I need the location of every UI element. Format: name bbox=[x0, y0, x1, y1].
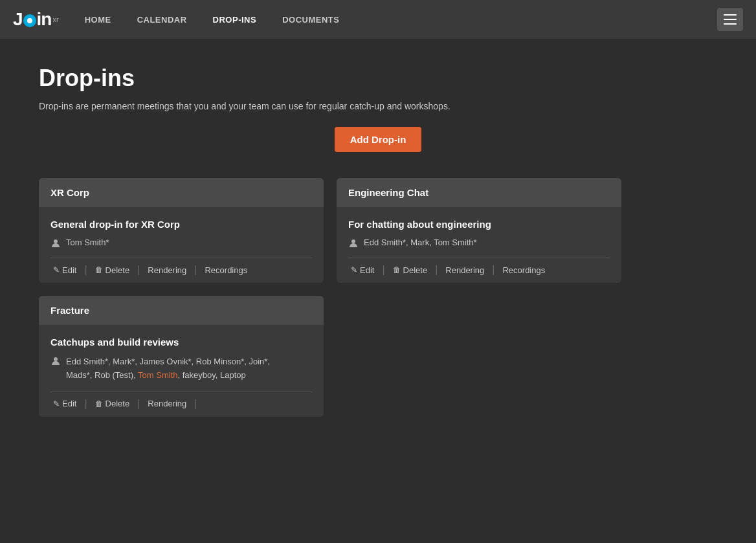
card-engineering-chat-body: For chatting about engineering Edd Smith… bbox=[337, 207, 621, 283]
eng-chat-edit-button[interactable]: ✎ Edit bbox=[348, 265, 382, 275]
xr-corp-recordings-button[interactable]: Recordings bbox=[197, 265, 255, 275]
xr-corp-participants: Tom Smith* bbox=[50, 238, 312, 249]
rendering-label-fracture: Rendering bbox=[148, 399, 186, 408]
recordings-label-eng: Recordings bbox=[502, 265, 545, 275]
xr-corp-meeting-name: General drop-in for XR Corp bbox=[50, 219, 312, 230]
fracture-participants-line2-end: , fakeyboy, Laptop bbox=[177, 370, 245, 380]
fracture-participants-line1: Edd Smith*, Mark*, James Ovnik*, Rob Min… bbox=[66, 357, 270, 366]
person-icon bbox=[50, 238, 61, 249]
delete-label-fracture: Delete bbox=[106, 399, 130, 408]
hamburger-line-2 bbox=[724, 19, 737, 20]
edit-icon-fracture: ✎ bbox=[53, 399, 60, 408]
add-dropin-button[interactable]: Add Drop-in bbox=[335, 127, 422, 152]
svg-point-2 bbox=[54, 357, 58, 361]
fracture-edit-button[interactable]: ✎ Edit bbox=[50, 399, 84, 408]
main-content: Drop-ins Drop-ins are permanent meetings… bbox=[0, 39, 756, 443]
fracture-participants-text: Edd Smith*, Mark*, James Ovnik*, Rob Min… bbox=[66, 355, 270, 382]
card-fracture: Fracture Catchups and build reviews Edd … bbox=[39, 296, 324, 417]
edit-icon: ✎ bbox=[53, 265, 60, 274]
logo-o-icon bbox=[23, 14, 36, 27]
xr-corp-participants-text: Tom Smith* bbox=[66, 238, 109, 247]
eng-chat-rendering-button[interactable]: Rendering bbox=[438, 265, 492, 275]
eng-chat-participants-text: Edd Smith*, Mark, Tom Smith* bbox=[364, 238, 477, 247]
delete-icon-fracture: 🗑 bbox=[95, 399, 103, 408]
delete-label: Delete bbox=[106, 265, 130, 275]
card-fracture-header: Fracture bbox=[39, 296, 324, 325]
logo: Jin xr bbox=[13, 9, 59, 30]
eng-chat-actions: ✎ Edit | 🗑 Delete | Rendering | Recordin… bbox=[348, 258, 610, 283]
hamburger-line-3 bbox=[724, 23, 737, 25]
nav-documents[interactable]: DOCUMENTS bbox=[282, 15, 339, 25]
card-fracture-body: Catchups and build reviews Edd Smith*, M… bbox=[39, 325, 324, 417]
xr-corp-delete-button[interactable]: 🗑 Delete bbox=[87, 265, 138, 275]
logo-xr: xr bbox=[52, 16, 58, 23]
fracture-participants-line2-plain: Mads*, Rob (Test), bbox=[66, 370, 136, 380]
card-xr-corp: XR Corp General drop-in for XR Corp Tom … bbox=[39, 178, 324, 283]
fracture-actions: ✎ Edit | 🗑 Delete | Rendering | bbox=[50, 392, 312, 417]
nav-calendar[interactable]: CALENDAR bbox=[137, 15, 187, 25]
edit-label: Edit bbox=[62, 265, 76, 275]
edit-label-eng: Edit bbox=[360, 265, 374, 275]
edit-icon-eng: ✎ bbox=[351, 265, 357, 274]
person-icon-fracture bbox=[50, 356, 61, 366]
cards-grid: XR Corp General drop-in for XR Corp Tom … bbox=[39, 178, 621, 417]
logo-text: Jin bbox=[13, 9, 51, 30]
hamburger-line-1 bbox=[724, 14, 737, 16]
page-subtitle: Drop-ins are permanent meetings that you… bbox=[39, 101, 717, 111]
edit-label-fracture: Edit bbox=[62, 399, 76, 408]
nav-home[interactable]: HOME bbox=[85, 15, 111, 25]
fracture-rendering-button[interactable]: Rendering bbox=[140, 399, 194, 408]
navbar: Jin xr HOME CALENDAR DROP-INS DOCUMENTS bbox=[0, 0, 756, 39]
rendering-label: Rendering bbox=[148, 265, 186, 275]
person-icon-eng bbox=[348, 238, 359, 249]
fracture-participants-highlight: Tom Smith bbox=[136, 370, 178, 380]
nav-dropins[interactable]: DROP-INS bbox=[213, 15, 257, 25]
nav-links: HOME CALENDAR DROP-INS DOCUMENTS bbox=[85, 15, 743, 25]
eng-chat-delete-button[interactable]: 🗑 Delete bbox=[385, 265, 436, 275]
svg-point-1 bbox=[351, 239, 355, 243]
delete-icon-eng: 🗑 bbox=[393, 265, 401, 274]
fracture-participants: Edd Smith*, Mark*, James Ovnik*, Rob Min… bbox=[50, 355, 312, 382]
card-engineering-chat-header: Engineering Chat bbox=[337, 178, 621, 207]
card-xr-corp-body: General drop-in for XR Corp Tom Smith* ✎… bbox=[39, 207, 324, 283]
rendering-label-eng: Rendering bbox=[445, 265, 484, 275]
card-engineering-chat: Engineering Chat For chatting about engi… bbox=[337, 178, 621, 283]
card-xr-corp-header: XR Corp bbox=[39, 178, 324, 207]
xr-corp-edit-button[interactable]: ✎ Edit bbox=[50, 265, 84, 275]
xr-corp-actions: ✎ Edit | 🗑 Delete | Rendering | Recordin… bbox=[50, 258, 312, 283]
recordings-label: Recordings bbox=[205, 265, 247, 275]
page-title: Drop-ins bbox=[39, 65, 717, 92]
svg-point-0 bbox=[54, 239, 58, 243]
sep-9: | bbox=[194, 399, 197, 409]
eng-chat-participants: Edd Smith*, Mark, Tom Smith* bbox=[348, 238, 610, 249]
delete-icon: 🗑 bbox=[95, 265, 103, 274]
eng-chat-meeting-name: For chatting about engineering bbox=[348, 219, 610, 230]
xr-corp-rendering-button[interactable]: Rendering bbox=[140, 265, 194, 275]
eng-chat-recordings-button[interactable]: Recordings bbox=[495, 265, 553, 275]
fracture-delete-button[interactable]: 🗑 Delete bbox=[87, 399, 138, 408]
fracture-meeting-name: Catchups and build reviews bbox=[50, 337, 312, 348]
hamburger-menu-button[interactable] bbox=[717, 8, 743, 31]
delete-label-eng: Delete bbox=[403, 265, 428, 275]
